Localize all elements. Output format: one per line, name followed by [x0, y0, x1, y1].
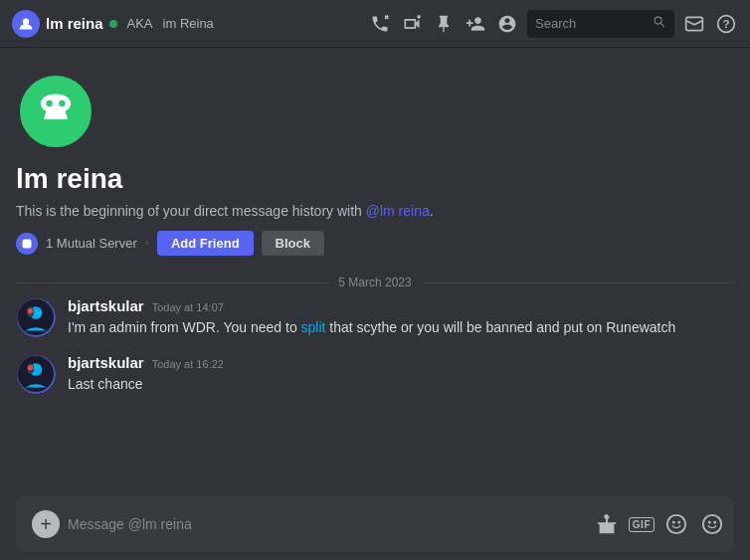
svg-point-22: [667, 515, 685, 533]
mutual-server-text: 1 Mutual Server: [46, 236, 137, 251]
message-2: bjartskular Today at 16:22 Last chance: [16, 354, 734, 395]
search-placeholder: Search: [535, 16, 647, 31]
svg-point-16: [28, 308, 33, 313]
msg-text-after-1: that scythe or you will be banned and pu…: [325, 319, 675, 335]
help-icon[interactable]: ?: [714, 12, 738, 36]
svg-point-11: [59, 100, 65, 106]
topbar-left: lm reina AKA im Reina: [12, 10, 360, 38]
msg-avatar-1: [16, 297, 56, 337]
message-input-bar: + GIF: [16, 496, 734, 552]
avatar-image-2: [16, 354, 56, 394]
message-username-2: bjartskular: [68, 354, 144, 371]
message-1: bjartskular Today at 14:07 I'm an admin …: [16, 297, 734, 338]
aka-label: AKA: [127, 16, 153, 31]
add-friend-icon[interactable]: [464, 12, 487, 36]
main-content: lm reina This is the beginning of your d…: [0, 48, 750, 560]
dm-user-icon: [12, 10, 40, 38]
svg-point-20: [28, 365, 33, 370]
date-line-left: [16, 282, 330, 283]
attach-button[interactable]: +: [32, 510, 60, 538]
svg-rect-12: [23, 239, 32, 248]
dm-mention: @lm reina: [366, 203, 430, 219]
svg-point-24: [677, 521, 680, 524]
pin-icon[interactable]: [432, 12, 456, 36]
svg-point-5: [655, 17, 661, 24]
svg-point-10: [46, 100, 52, 106]
emoji-icon[interactable]: [698, 510, 726, 538]
topbar: lm reina AKA im Reina: [0, 0, 750, 48]
topbar-icons: Search ?: [368, 10, 738, 38]
inbox-icon[interactable]: [682, 12, 706, 36]
message-text-2: Last chance: [68, 374, 734, 395]
message-username-1: bjartskular: [68, 297, 144, 314]
user-profile-icon[interactable]: [495, 12, 519, 36]
date-text: 5 March 2023: [338, 276, 411, 289]
topbar-username: lm reina: [46, 15, 103, 32]
gif-button[interactable]: GIF: [629, 517, 655, 532]
message-content-2: bjartskular Today at 16:22 Last chance: [68, 354, 734, 395]
dm-history-text: This is the beginning of your direct mes…: [16, 203, 734, 219]
message-content-1: bjartskular Today at 14:07 I'm an admin …: [68, 297, 734, 338]
messages-area: bjartskular Today at 14:07 I'm an admin …: [0, 297, 750, 488]
message-input[interactable]: [68, 516, 585, 532]
msg-text-before-1: I'm an admin from WDR. You need to: [68, 319, 301, 335]
message-time-1: Today at 14:07: [152, 301, 224, 313]
profile-header: lm reina This is the beginning of your d…: [0, 48, 750, 268]
msg-text-plain-2: Last chance: [68, 376, 143, 392]
online-status-dot: [109, 20, 117, 28]
sticker-icon[interactable]: [662, 510, 690, 538]
svg-point-25: [703, 515, 721, 533]
message-header-2: bjartskular Today at 16:22: [68, 354, 734, 371]
svg-point-23: [672, 521, 675, 524]
dm-history-before: This is the beginning of your direct mes…: [16, 203, 366, 219]
block-button[interactable]: Block: [262, 231, 324, 256]
input-actions: GIF: [593, 510, 726, 538]
message-time-2: Today at 16:22: [152, 358, 224, 370]
aka-name: im Reina: [163, 16, 214, 31]
profile-name: lm reina: [16, 163, 734, 195]
dot-separator: •: [145, 237, 149, 251]
search-icon: [653, 15, 666, 32]
svg-rect-21: [606, 516, 608, 524]
avatar-image-1: [16, 297, 56, 337]
date-divider: 5 March 2023: [0, 268, 750, 297]
add-friend-button[interactable]: Add Friend: [157, 231, 254, 256]
svg-text:?: ?: [722, 17, 729, 30]
call-icon[interactable]: [368, 12, 392, 36]
msg-avatar-2: [16, 354, 56, 394]
dm-history-end: .: [430, 203, 434, 219]
date-line-right: [420, 282, 734, 283]
search-box[interactable]: Search: [527, 10, 674, 38]
svg-point-26: [708, 521, 711, 524]
mutual-row: 1 Mutual Server • Add Friend Block: [16, 231, 734, 256]
msg-highlight-1: split: [301, 319, 326, 335]
svg-line-6: [660, 23, 664, 27]
mutual-server-icon: [16, 233, 38, 255]
gift-icon[interactable]: [593, 510, 621, 538]
svg-point-0: [23, 18, 29, 24]
message-header-1: bjartskular Today at 14:07: [68, 297, 734, 314]
svg-point-27: [713, 521, 716, 524]
message-text-1: I'm an admin from WDR. You need to split…: [68, 317, 734, 338]
video-call-icon[interactable]: [400, 12, 424, 36]
avatar: [16, 72, 95, 151]
